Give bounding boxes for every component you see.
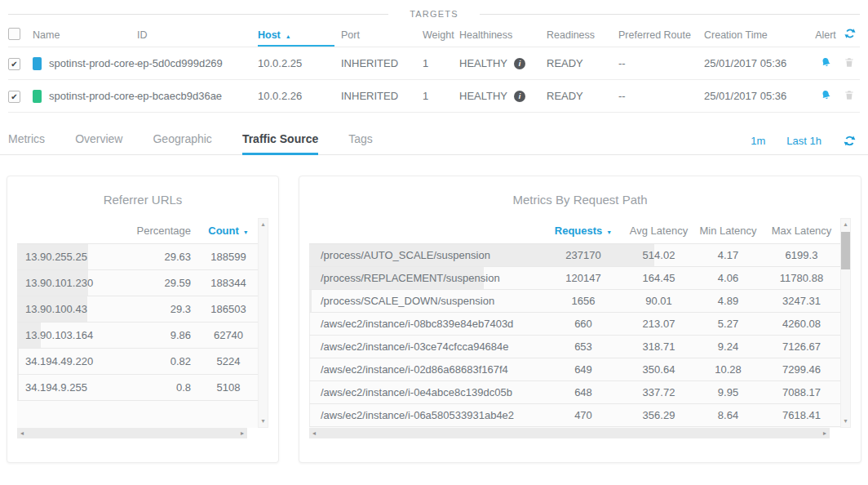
target-id: ep-bcaecb9d36ae xyxy=(137,90,258,102)
referrer-row: 13.90.100.43 29.3 186503 xyxy=(17,296,258,323)
status-color-indicator xyxy=(33,57,42,70)
scroll-up-icon[interactable]: ▴ xyxy=(261,219,264,230)
column-header-weight[interactable]: Weight xyxy=(423,29,459,41)
info-icon[interactable] xyxy=(514,58,525,69)
tab-geographic[interactable]: Geographic xyxy=(153,132,211,155)
column-header-healthiness[interactable]: Healthiness xyxy=(459,29,547,41)
column-header-preferred-route[interactable]: Preferred Route xyxy=(618,29,704,41)
row-checkbox-cell xyxy=(8,90,33,103)
tab-overview[interactable]: Overview xyxy=(75,132,122,155)
column-header-port[interactable]: Port xyxy=(341,29,423,41)
trash-icon[interactable] xyxy=(844,56,855,69)
column-header-avg-latency[interactable]: Avg Latency xyxy=(624,225,693,237)
sort-desc-icon xyxy=(239,225,249,237)
targets-table: Name ID Host Port Weight Healthiness Rea… xyxy=(8,23,860,113)
referrer-percentage: 29.59 xyxy=(132,277,199,289)
refresh-metrics-icon[interactable] xyxy=(843,134,857,148)
min-latency-value: 10.28 xyxy=(693,363,763,376)
tab-traffic-source[interactable]: Traffic Source xyxy=(242,132,318,155)
target-creation-time: 25/01/2017 05:36 xyxy=(704,57,813,69)
refresh-targets-icon[interactable] xyxy=(844,27,857,40)
tab-tags[interactable]: Tags xyxy=(348,132,373,155)
avg-latency-value: 213.07 xyxy=(624,318,693,330)
min-latency-value: 4.06 xyxy=(693,272,763,284)
referrer-percentage: 0.82 xyxy=(132,355,199,367)
traffic-source-panels: Referrer URLs Percentage Count 13.90.255… xyxy=(7,176,861,463)
requests-value: 1656 xyxy=(542,295,624,307)
row-checkbox[interactable] xyxy=(8,58,20,70)
avg-latency-value: 514.02 xyxy=(624,249,693,261)
vertical-scrollbar[interactable]: ▴ ▾ xyxy=(840,218,851,428)
time-range-selector[interactable]: Last 1h xyxy=(786,135,822,147)
scroll-down-icon[interactable]: ▾ xyxy=(261,416,264,427)
sort-desc-icon xyxy=(602,225,612,237)
target-weight: 1 xyxy=(423,57,459,69)
scroll-left-icon[interactable]: ◂ xyxy=(20,429,24,437)
scroll-down-icon[interactable]: ▾ xyxy=(844,416,847,427)
column-header-count-label: Count xyxy=(208,225,239,237)
referrer-percentage: 0.8 xyxy=(132,381,199,394)
vertical-scrollbar[interactable]: ▴ ▾ xyxy=(258,218,268,428)
metrics-table: Requests Avg Latency Min Latency Max Lat… xyxy=(309,218,851,438)
referrer-urls-panel: Referrer URLs Percentage Count 13.90.255… xyxy=(7,176,279,463)
request-path: /aws/ec2/instance/i-03ce74cfcca94684e xyxy=(309,340,542,353)
target-row: spotinst-prod-core-02 ep-bcaecb9d36ae 10… xyxy=(8,80,860,113)
metrics-row: /aws/ec2/instance/i-0e4abce8c139dc05b 64… xyxy=(309,381,840,404)
request-path: /process/AUTO_SCALE/suspension xyxy=(309,249,542,261)
requests-value: 470 xyxy=(542,409,624,421)
column-header-max-latency[interactable]: Max Latency xyxy=(763,225,840,237)
target-readiness: READY xyxy=(547,90,618,102)
target-preferred-route: -- xyxy=(618,57,704,69)
column-header-name[interactable]: Name xyxy=(33,29,137,41)
alert-bell-icon[interactable] xyxy=(820,56,832,69)
scroll-up-icon[interactable]: ▴ xyxy=(844,219,847,230)
referrer-row: 13.90.255.25 29.63 188599 xyxy=(17,244,258,270)
column-header-count[interactable]: Count xyxy=(199,225,258,237)
info-icon[interactable] xyxy=(514,91,525,102)
horizontal-scrollbar[interactable]: ◂ ▸ xyxy=(17,428,247,438)
max-latency-value: 7088.17 xyxy=(763,386,840,398)
max-latency-value: 4260.08 xyxy=(763,318,840,330)
column-header-readiness[interactable]: Readiness xyxy=(547,29,618,41)
referrer-count: 188344 xyxy=(199,277,258,289)
column-header-percentage[interactable]: Percentage xyxy=(132,225,199,237)
column-header-host[interactable]: Host xyxy=(258,29,341,41)
metrics-row: /process/SCALE_DOWN/suspension 1656 90.0… xyxy=(309,290,840,313)
column-header-id[interactable]: ID xyxy=(137,29,258,41)
min-latency-value: 4.89 xyxy=(693,295,763,307)
referrer-row: 34.194.49.220 0.82 5224 xyxy=(17,349,258,375)
select-all-checkbox-cell xyxy=(8,28,33,42)
divider-line xyxy=(8,14,388,15)
scrollbar-corner xyxy=(258,428,268,438)
targets-refresh-cell xyxy=(844,27,861,42)
column-header-requests-label: Requests xyxy=(555,225,603,237)
target-healthiness: HEALTHY xyxy=(459,57,547,69)
scroll-right-icon[interactable]: ▸ xyxy=(823,429,826,437)
scroll-left-icon[interactable]: ◂ xyxy=(312,429,316,437)
column-header-creation-time[interactable]: Creation Time xyxy=(704,29,813,41)
tab-metrics[interactable]: Metrics xyxy=(8,132,45,155)
target-host: 10.0.2.26 xyxy=(258,90,341,102)
referrer-percentage: 29.63 xyxy=(132,251,199,263)
column-header-requests[interactable]: Requests xyxy=(542,225,624,237)
select-all-checkbox[interactable] xyxy=(8,28,20,40)
metrics-row: /process/REPLACEMENT/suspension 120147 1… xyxy=(309,267,840,290)
metrics-row: /aws/ec2/instance/i-06a580533931ab4e2 47… xyxy=(309,404,840,427)
scroll-right-icon[interactable]: ▸ xyxy=(241,429,244,437)
alert-bell-icon[interactable] xyxy=(820,89,832,101)
referrer-url: 13.90.101.230 xyxy=(17,277,132,289)
referrer-url: 13.90.100.43 xyxy=(17,303,132,315)
request-path: /aws/ec2/instance/i-06a580533931ab4e2 xyxy=(309,409,542,421)
healthiness-value: HEALTHY xyxy=(459,57,507,69)
trash-icon[interactable] xyxy=(844,89,855,101)
metrics-row: /aws/ec2/instance/i-02d86a68683f167f4 64… xyxy=(309,358,840,381)
request-path: /aws/ec2/instance/i-0e4abce8c139dc05b xyxy=(309,386,542,398)
targets-table-header: Name ID Host Port Weight Healthiness Rea… xyxy=(8,23,860,47)
row-checkbox[interactable] xyxy=(8,91,20,103)
referrer-count: 188599 xyxy=(199,251,258,263)
scrollbar-thumb[interactable] xyxy=(841,232,850,269)
resolution-selector[interactable]: 1m xyxy=(751,135,765,147)
max-latency-value: 7618.41 xyxy=(763,409,840,421)
column-header-min-latency[interactable]: Min Latency xyxy=(693,225,763,237)
horizontal-scrollbar[interactable]: ◂ ▸ xyxy=(309,428,830,438)
